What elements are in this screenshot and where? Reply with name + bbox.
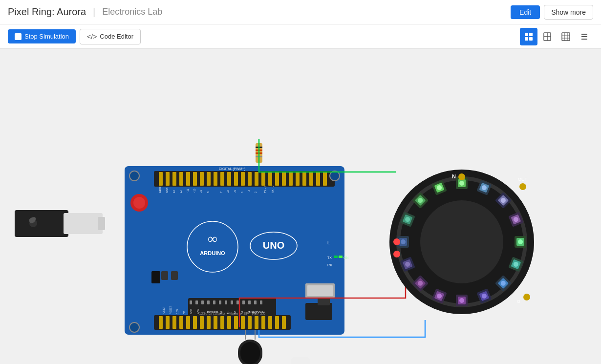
svg-text:~6: ~6 [227, 190, 230, 193]
svg-text:5V: 5V [183, 311, 186, 314]
svg-text:IOREF: IOREF [162, 307, 165, 314]
svg-point-138 [129, 171, 139, 181]
svg-rect-46 [323, 172, 327, 186]
svg-text:GND: GND [190, 309, 193, 315]
svg-rect-86 [242, 300, 245, 304]
svg-rect-137 [291, 357, 310, 364]
svg-text:TX→1: TX→1 [264, 186, 267, 193]
svg-rect-38 [268, 172, 272, 186]
svg-rect-110 [200, 316, 204, 329]
svg-text:~11: ~11 [186, 189, 189, 193]
svg-text:DIGITAL (PWM~): DIGITAL (PWM~) [219, 167, 245, 171]
svg-text:A2: A2 [234, 311, 236, 314]
svg-rect-1 [529, 33, 533, 36]
svg-rect-114 [227, 316, 231, 329]
svg-rect-118 [255, 316, 258, 329]
svg-point-140 [129, 322, 139, 332]
svg-point-178 [518, 239, 523, 244]
svg-rect-105 [166, 316, 170, 329]
svg-rect-44 [309, 172, 313, 186]
svg-text:RX: RX [327, 263, 332, 267]
svg-text:RX←0: RX←0 [271, 186, 274, 193]
svg-text:~5: ~5 [234, 190, 236, 193]
svg-text:~3: ~3 [247, 190, 250, 193]
svg-rect-122 [282, 316, 286, 329]
svg-rect-143 [305, 303, 332, 320]
svg-rect-120 [268, 316, 272, 329]
svg-text:A0: A0 [220, 311, 223, 314]
svg-rect-88 [254, 300, 257, 304]
svg-text:7: 7 [220, 192, 223, 193]
svg-rect-104 [159, 316, 163, 329]
svg-text:L: L [327, 240, 330, 245]
svg-text:ON: ON [343, 256, 349, 259]
svg-text:UNO: UNO [263, 240, 284, 251]
svg-point-166 [459, 181, 464, 186]
svg-rect-108 [186, 316, 190, 329]
svg-rect-115 [234, 316, 238, 329]
stop-icon [15, 33, 21, 40]
svg-text:8: 8 [207, 192, 210, 193]
svg-rect-78 [195, 300, 198, 304]
svg-rect-23 [166, 172, 170, 186]
svg-point-202 [401, 239, 406, 244]
svg-point-219 [523, 294, 530, 300]
svg-rect-7 [562, 33, 570, 41]
svg-text:2: 2 [254, 192, 257, 193]
svg-point-162 [420, 200, 503, 283]
svg-rect-82 [219, 300, 221, 304]
header: Pixel Ring: Aurora | Electronics Lab Edi… [0, 0, 601, 24]
svg-text:A1: A1 [227, 311, 230, 314]
svg-rect-87 [248, 300, 251, 304]
list-icon [580, 32, 589, 42]
svg-rect-3 [529, 37, 533, 41]
breadboard-icon [542, 32, 552, 42]
toolbar-left: Stop Simulation </> Code Editor [8, 29, 141, 44]
code-editor-label: Code Editor [100, 33, 133, 40]
svg-rect-33 [234, 172, 238, 186]
svg-rect-111 [207, 316, 211, 329]
svg-rect-27 [193, 172, 197, 186]
svg-text:OUT: OUT [518, 177, 528, 182]
svg-text:A4: A4 [247, 311, 250, 314]
svg-text:POWER: POWER [207, 311, 218, 314]
svg-text:RESET: RESET [169, 306, 172, 314]
svg-rect-85 [236, 300, 239, 304]
svg-rect-37 [261, 172, 265, 186]
view-list-button[interactable] [576, 28, 593, 45]
svg-point-220 [393, 238, 400, 245]
svg-rect-43 [302, 172, 306, 186]
svg-rect-89 [260, 300, 262, 304]
view-schematic-button[interactable] [520, 28, 537, 45]
svg-rect-112 [214, 316, 217, 329]
simulation-canvas[interactable]: DIGITAL (PWM~) AREF GND 13 12 ~11 ~10 ~9… [0, 49, 601, 364]
svg-text:ARDUINO: ARDUINO [200, 250, 225, 256]
code-editor-button[interactable]: </> Code Editor [80, 29, 141, 44]
show-more-button[interactable]: Show more [544, 5, 593, 20]
header-left: Pixel Ring: Aurora | Electronics Lab [8, 6, 162, 18]
view-pcb-button[interactable] [557, 28, 575, 45]
view-breadboard-button[interactable] [538, 28, 556, 45]
svg-point-190 [459, 298, 464, 303]
svg-rect-18 [64, 213, 103, 234]
svg-rect-28 [200, 172, 204, 186]
svg-rect-113 [220, 316, 224, 329]
svg-text:∞: ∞ [208, 231, 217, 246]
svg-rect-19 [98, 217, 105, 230]
svg-rect-147 [151, 271, 160, 283]
toolbar-right [520, 28, 593, 45]
svg-text:N: N [452, 173, 456, 179]
svg-rect-24 [172, 172, 176, 186]
pcb-icon [561, 32, 571, 42]
svg-text:12: 12 [179, 190, 182, 193]
stop-simulation-button[interactable]: Stop Simulation [8, 29, 76, 43]
edit-button[interactable]: Edit [511, 5, 540, 19]
svg-rect-29 [207, 172, 211, 186]
svg-point-218 [519, 183, 526, 190]
svg-rect-79 [201, 300, 204, 304]
svg-rect-31 [220, 172, 224, 186]
stop-simulation-label: Stop Simulation [24, 33, 69, 40]
code-editor-icon: </> [87, 33, 97, 41]
svg-point-221 [393, 251, 400, 257]
svg-text:~9: ~9 [200, 190, 203, 193]
